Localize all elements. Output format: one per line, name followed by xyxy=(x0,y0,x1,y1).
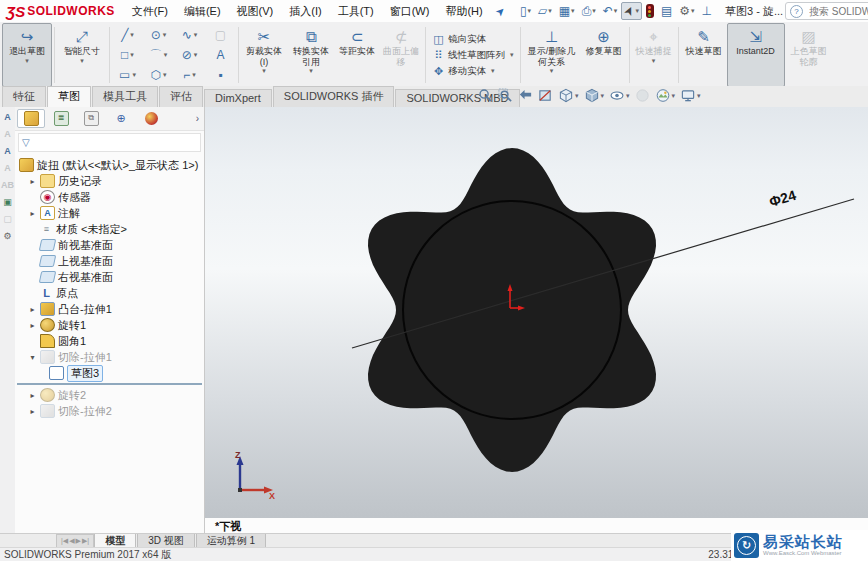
doc-tab-3d-views[interactable]: 3D 视图 xyxy=(137,534,195,548)
nav-last-icon[interactable]: ▶| xyxy=(82,537,89,545)
tab-solidworks-addins[interactable]: SOLIDWORKS 插件 xyxy=(273,86,395,107)
tab-features[interactable]: 特征 xyxy=(2,86,46,107)
nav-first-icon[interactable]: |◀ xyxy=(61,537,68,545)
xpress-products-button[interactable]: ⊥ xyxy=(699,2,715,20)
tab-sketch[interactable]: 草图 xyxy=(47,86,91,107)
previous-view-button[interactable] xyxy=(518,88,533,103)
diameter-dimension-label[interactable]: Φ24 xyxy=(767,187,798,210)
display-style-button[interactable]: ▾ xyxy=(584,88,605,103)
menu-insert[interactable]: 插入(I) xyxy=(282,2,328,21)
select-tool-button[interactable]: ➤▾ xyxy=(621,2,642,20)
tab-mold-tools[interactable]: 模具工具 xyxy=(92,86,158,107)
model-canvas[interactable]: Φ24 Z X xyxy=(205,107,868,518)
nav-next-icon[interactable]: ▶ xyxy=(76,537,81,545)
tree-item-sketch3[interactable]: 草图3 xyxy=(15,365,204,381)
file-properties-button[interactable]: ▤ xyxy=(658,2,675,20)
rollback-bar[interactable] xyxy=(17,383,202,385)
pin-menu-icon[interactable]: ➤ xyxy=(492,3,508,19)
hide-show-items-button[interactable]: ▾ xyxy=(609,88,630,103)
print-button[interactable]: ⎙▾ xyxy=(579,2,599,20)
search-box[interactable]: ? xyxy=(785,2,868,20)
tree-item-revolve2[interactable]: ▸ 旋转2 xyxy=(15,387,204,403)
trim-entities-button[interactable]: ✂ 剪裁实体(I) ▾ xyxy=(241,23,287,87)
exit-sketch-button[interactable]: ↪ 退出草图 ▾ xyxy=(2,23,52,87)
menu-help[interactable]: 帮助(H) xyxy=(438,2,489,21)
expand-arrow-icon[interactable]: ▸ xyxy=(28,177,37,186)
tree-item-origin[interactable]: L 原点 xyxy=(15,285,204,301)
tree-item-cut-extrude1[interactable]: ▾ 切除-拉伸1 xyxy=(15,349,204,365)
tree-item-revolve1[interactable]: ▸ 旋转1 xyxy=(15,317,204,333)
circle-tool-button[interactable]: ⊙▾ xyxy=(143,25,174,45)
sketch-fillet-tool-button[interactable]: ⌐▾ xyxy=(174,65,205,85)
tree-item-annotations[interactable]: ▸ A 注解 xyxy=(15,205,204,221)
menu-window[interactable]: 窗口(W) xyxy=(383,2,437,21)
ellipse-tool-button[interactable]: ⊘▾ xyxy=(174,45,205,65)
tree-item-fillet1[interactable]: 圆角1 xyxy=(15,333,204,349)
expand-arrow-icon[interactable]: ▸ xyxy=(28,407,37,416)
view-settings-button[interactable]: ▾ xyxy=(680,88,701,103)
dimxpertmanager-tab[interactable]: ⊕ xyxy=(107,109,135,128)
tree-item-boss-extrude1[interactable]: ▸ 凸台-拉伸1 xyxy=(15,301,204,317)
nav-prev-icon[interactable]: ◀ xyxy=(69,537,74,545)
search-input[interactable] xyxy=(807,5,868,18)
doc-tab-model[interactable]: 模型 xyxy=(94,534,136,548)
line-tool-button[interactable]: ╱▾ xyxy=(112,25,143,45)
expand-arrow-icon[interactable]: ▸ xyxy=(28,209,37,218)
image-icon[interactable]: ▣ xyxy=(3,197,12,207)
save-button[interactable]: ▦▾ xyxy=(556,2,578,20)
zoom-to-fit-button[interactable] xyxy=(478,88,493,103)
spline-tool-button[interactable]: ∿▾ xyxy=(174,25,205,45)
instant2d-button[interactable]: ⇲ Instant2D xyxy=(727,23,785,87)
menu-view[interactable]: 视图(V) xyxy=(230,2,281,21)
annotation-insert-icon[interactable]: A xyxy=(4,146,11,156)
view-orientation-button[interactable]: ▾ xyxy=(558,88,579,103)
tree-item-material[interactable]: ≡ 材质 <未指定> xyxy=(15,221,204,237)
menu-file[interactable]: 文件(F) xyxy=(125,2,175,21)
options-button[interactable]: ⚙▾ xyxy=(676,2,697,20)
featuremanager-tab[interactable] xyxy=(17,109,45,128)
expand-arrow-icon[interactable]: ▸ xyxy=(28,391,37,400)
offset-entities-button[interactable]: ⊂ 等距实体 xyxy=(335,23,379,87)
displaymanager-tab[interactable] xyxy=(137,109,165,128)
section-view-button[interactable] xyxy=(538,88,553,103)
tree-item-front-plane[interactable]: 前视基准面 xyxy=(15,237,204,253)
tree-item-sensors[interactable]: ◉ 传感器 xyxy=(15,189,204,205)
propertymanager-tab[interactable]: ≣ xyxy=(47,109,75,128)
tree-item-top-plane[interactable]: 上视基准面 xyxy=(15,253,204,269)
smart-dimension-button[interactable]: ⤢ 智能尺寸 ▾ xyxy=(57,23,107,87)
tree-item-cut-extrude2[interactable]: ▸ 切除-拉伸2 xyxy=(15,403,204,419)
expand-arrow-icon[interactable]: ▸ xyxy=(28,321,37,330)
rebuild-button[interactable] xyxy=(643,2,657,20)
collapse-arrow-icon[interactable]: ▾ xyxy=(28,353,37,362)
linear-sketch-pattern-button[interactable]: ⠿ 线性草图阵列 ▾ xyxy=(430,48,516,63)
tab-scroll-buttons[interactable]: |◀ ◀ ▶ ▶| xyxy=(56,534,94,548)
tree-item-root[interactable]: 旋扭 (默认<<默认>_显示状态 1>) xyxy=(15,157,204,173)
convert-entities-button[interactable]: ⧉ 转换实体引用 ▾ xyxy=(287,23,335,87)
rectangle-tool-button[interactable]: □▾ xyxy=(112,45,143,65)
tree-item-history[interactable]: ▸ 历史记录 xyxy=(15,173,204,189)
annotation-note-icon[interactable]: A xyxy=(4,112,11,122)
repair-sketch-button[interactable]: ⊕ 修复草图 xyxy=(581,23,627,87)
mirror-entities-button[interactable]: ◫ 镜向实体 xyxy=(430,32,516,47)
tab-dimxpert[interactable]: DimXpert xyxy=(204,89,272,107)
open-button[interactable]: ▱▾ xyxy=(535,2,555,20)
arc-tool-button[interactable]: ⌒▾ xyxy=(143,45,174,65)
zoom-to-area-button[interactable] xyxy=(498,88,513,103)
move-entities-button[interactable]: ✥ 移动实体 ▾ xyxy=(430,64,516,79)
tab-evaluate[interactable]: 评估 xyxy=(159,86,203,107)
doc-tab-motion-study[interactable]: 运动算例 1 xyxy=(196,534,266,548)
tree-filter-box[interactable]: ▽ xyxy=(18,133,201,152)
undo-button[interactable]: ↶▾ xyxy=(600,2,621,20)
slot-tool-button[interactable]: ▭▾ xyxy=(112,65,143,85)
knob-model[interactable] xyxy=(368,148,656,472)
apply-scene-button[interactable]: ▾ xyxy=(655,88,676,103)
point-tool-button[interactable]: ▪ xyxy=(205,65,236,85)
menu-tools[interactable]: 工具(T) xyxy=(331,2,381,21)
tools-icon[interactable]: ⚙ xyxy=(3,231,11,241)
display-delete-relations-button[interactable]: ⊥ 显示/删除几何关系 ▾ xyxy=(523,23,581,87)
panel-expand-chevron[interactable]: › xyxy=(196,113,202,124)
polygon-tool-button[interactable]: ⬡▾ xyxy=(143,65,174,85)
tree-item-right-plane[interactable]: 右视基准面 xyxy=(15,269,204,285)
rapid-sketch-button[interactable]: ✎ 快速草图 xyxy=(681,23,727,87)
new-document-button[interactable]: ▯▾ xyxy=(517,2,534,20)
